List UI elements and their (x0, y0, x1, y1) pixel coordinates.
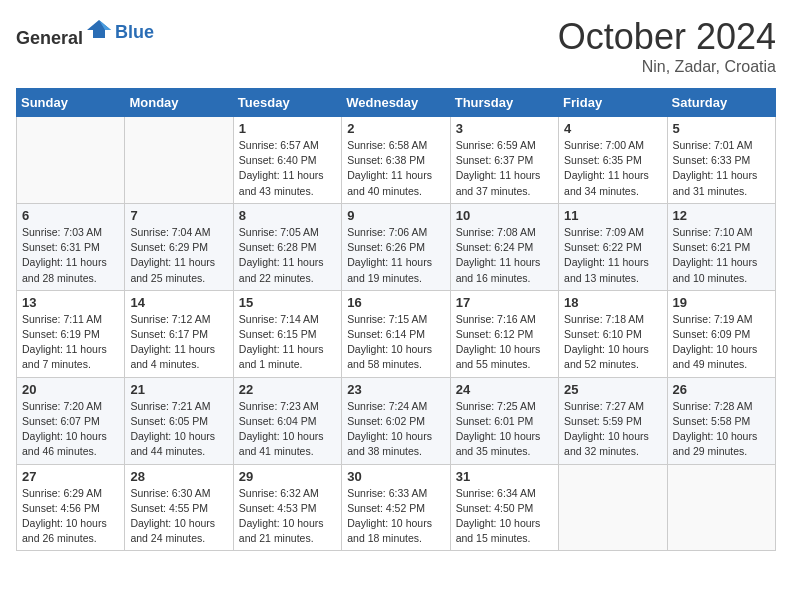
day-info: Sunrise: 6:30 AM Sunset: 4:55 PM Dayligh… (130, 486, 227, 547)
calendar-cell: 13Sunrise: 7:11 AM Sunset: 6:19 PM Dayli… (17, 290, 125, 377)
day-number: 20 (22, 382, 119, 397)
day-number: 6 (22, 208, 119, 223)
day-info: Sunrise: 6:34 AM Sunset: 4:50 PM Dayligh… (456, 486, 553, 547)
day-number: 10 (456, 208, 553, 223)
day-number: 23 (347, 382, 444, 397)
col-header-tuesday: Tuesday (233, 89, 341, 117)
calendar-week-row: 13Sunrise: 7:11 AM Sunset: 6:19 PM Dayli… (17, 290, 776, 377)
calendar-cell: 16Sunrise: 7:15 AM Sunset: 6:14 PM Dayli… (342, 290, 450, 377)
calendar-cell: 19Sunrise: 7:19 AM Sunset: 6:09 PM Dayli… (667, 290, 775, 377)
calendar-cell: 15Sunrise: 7:14 AM Sunset: 6:15 PM Dayli… (233, 290, 341, 377)
day-info: Sunrise: 7:10 AM Sunset: 6:21 PM Dayligh… (673, 225, 770, 286)
day-info: Sunrise: 7:12 AM Sunset: 6:17 PM Dayligh… (130, 312, 227, 373)
day-number: 21 (130, 382, 227, 397)
logo-general: General (16, 28, 83, 48)
day-info: Sunrise: 7:23 AM Sunset: 6:04 PM Dayligh… (239, 399, 336, 460)
calendar-table: SundayMondayTuesdayWednesdayThursdayFrid… (16, 88, 776, 551)
col-header-wednesday: Wednesday (342, 89, 450, 117)
col-header-friday: Friday (559, 89, 667, 117)
day-number: 3 (456, 121, 553, 136)
calendar-cell (559, 464, 667, 551)
day-number: 22 (239, 382, 336, 397)
day-info: Sunrise: 7:14 AM Sunset: 6:15 PM Dayligh… (239, 312, 336, 373)
day-info: Sunrise: 7:19 AM Sunset: 6:09 PM Dayligh… (673, 312, 770, 373)
calendar-cell: 27Sunrise: 6:29 AM Sunset: 4:56 PM Dayli… (17, 464, 125, 551)
day-info: Sunrise: 7:25 AM Sunset: 6:01 PM Dayligh… (456, 399, 553, 460)
day-number: 18 (564, 295, 661, 310)
col-header-saturday: Saturday (667, 89, 775, 117)
day-number: 30 (347, 469, 444, 484)
day-number: 11 (564, 208, 661, 223)
day-info: Sunrise: 7:18 AM Sunset: 6:10 PM Dayligh… (564, 312, 661, 373)
day-number: 27 (22, 469, 119, 484)
calendar-cell: 28Sunrise: 6:30 AM Sunset: 4:55 PM Dayli… (125, 464, 233, 551)
day-info: Sunrise: 7:27 AM Sunset: 5:59 PM Dayligh… (564, 399, 661, 460)
calendar-cell: 26Sunrise: 7:28 AM Sunset: 5:58 PM Dayli… (667, 377, 775, 464)
calendar-cell: 23Sunrise: 7:24 AM Sunset: 6:02 PM Dayli… (342, 377, 450, 464)
calendar-cell: 6Sunrise: 7:03 AM Sunset: 6:31 PM Daylig… (17, 203, 125, 290)
day-number: 29 (239, 469, 336, 484)
day-number: 14 (130, 295, 227, 310)
calendar-cell: 1Sunrise: 6:57 AM Sunset: 6:40 PM Daylig… (233, 117, 341, 204)
day-number: 15 (239, 295, 336, 310)
day-number: 8 (239, 208, 336, 223)
calendar-week-row: 6Sunrise: 7:03 AM Sunset: 6:31 PM Daylig… (17, 203, 776, 290)
calendar-cell: 30Sunrise: 6:33 AM Sunset: 4:52 PM Dayli… (342, 464, 450, 551)
calendar-cell: 11Sunrise: 7:09 AM Sunset: 6:22 PM Dayli… (559, 203, 667, 290)
calendar-cell: 25Sunrise: 7:27 AM Sunset: 5:59 PM Dayli… (559, 377, 667, 464)
day-info: Sunrise: 7:00 AM Sunset: 6:35 PM Dayligh… (564, 138, 661, 199)
calendar-cell: 14Sunrise: 7:12 AM Sunset: 6:17 PM Dayli… (125, 290, 233, 377)
day-info: Sunrise: 6:32 AM Sunset: 4:53 PM Dayligh… (239, 486, 336, 547)
calendar-cell (17, 117, 125, 204)
calendar-week-row: 20Sunrise: 7:20 AM Sunset: 6:07 PM Dayli… (17, 377, 776, 464)
calendar-cell (667, 464, 775, 551)
col-header-thursday: Thursday (450, 89, 558, 117)
day-number: 26 (673, 382, 770, 397)
day-info: Sunrise: 7:09 AM Sunset: 6:22 PM Dayligh… (564, 225, 661, 286)
calendar-header-row: SundayMondayTuesdayWednesdayThursdayFrid… (17, 89, 776, 117)
day-number: 19 (673, 295, 770, 310)
day-info: Sunrise: 7:28 AM Sunset: 5:58 PM Dayligh… (673, 399, 770, 460)
calendar-cell (125, 117, 233, 204)
day-info: Sunrise: 7:21 AM Sunset: 6:05 PM Dayligh… (130, 399, 227, 460)
day-info: Sunrise: 7:06 AM Sunset: 6:26 PM Dayligh… (347, 225, 444, 286)
day-number: 13 (22, 295, 119, 310)
calendar-cell: 29Sunrise: 6:32 AM Sunset: 4:53 PM Dayli… (233, 464, 341, 551)
location-subtitle: Nin, Zadar, Croatia (558, 58, 776, 76)
calendar-cell: 8Sunrise: 7:05 AM Sunset: 6:28 PM Daylig… (233, 203, 341, 290)
day-info: Sunrise: 6:58 AM Sunset: 6:38 PM Dayligh… (347, 138, 444, 199)
calendar-week-row: 1Sunrise: 6:57 AM Sunset: 6:40 PM Daylig… (17, 117, 776, 204)
day-info: Sunrise: 7:08 AM Sunset: 6:24 PM Dayligh… (456, 225, 553, 286)
calendar-cell: 2Sunrise: 6:58 AM Sunset: 6:38 PM Daylig… (342, 117, 450, 204)
calendar-cell: 22Sunrise: 7:23 AM Sunset: 6:04 PM Dayli… (233, 377, 341, 464)
logo-blue: Blue (115, 22, 154, 42)
logo: General Blue (16, 16, 154, 49)
day-info: Sunrise: 7:11 AM Sunset: 6:19 PM Dayligh… (22, 312, 119, 373)
day-number: 12 (673, 208, 770, 223)
calendar-week-row: 27Sunrise: 6:29 AM Sunset: 4:56 PM Dayli… (17, 464, 776, 551)
page-header: General Blue October 2024 Nin, Zadar, Cr… (16, 16, 776, 76)
calendar-cell: 4Sunrise: 7:00 AM Sunset: 6:35 PM Daylig… (559, 117, 667, 204)
calendar-cell: 3Sunrise: 6:59 AM Sunset: 6:37 PM Daylig… (450, 117, 558, 204)
day-info: Sunrise: 6:33 AM Sunset: 4:52 PM Dayligh… (347, 486, 444, 547)
day-info: Sunrise: 7:05 AM Sunset: 6:28 PM Dayligh… (239, 225, 336, 286)
day-info: Sunrise: 7:01 AM Sunset: 6:33 PM Dayligh… (673, 138, 770, 199)
day-info: Sunrise: 6:29 AM Sunset: 4:56 PM Dayligh… (22, 486, 119, 547)
day-info: Sunrise: 7:15 AM Sunset: 6:14 PM Dayligh… (347, 312, 444, 373)
col-header-monday: Monday (125, 89, 233, 117)
day-info: Sunrise: 7:04 AM Sunset: 6:29 PM Dayligh… (130, 225, 227, 286)
day-number: 1 (239, 121, 336, 136)
calendar-cell: 17Sunrise: 7:16 AM Sunset: 6:12 PM Dayli… (450, 290, 558, 377)
day-number: 24 (456, 382, 553, 397)
day-number: 31 (456, 469, 553, 484)
calendar-cell: 20Sunrise: 7:20 AM Sunset: 6:07 PM Dayli… (17, 377, 125, 464)
day-number: 7 (130, 208, 227, 223)
day-number: 2 (347, 121, 444, 136)
calendar-cell: 18Sunrise: 7:18 AM Sunset: 6:10 PM Dayli… (559, 290, 667, 377)
day-info: Sunrise: 7:03 AM Sunset: 6:31 PM Dayligh… (22, 225, 119, 286)
day-number: 17 (456, 295, 553, 310)
day-info: Sunrise: 7:16 AM Sunset: 6:12 PM Dayligh… (456, 312, 553, 373)
calendar-cell: 9Sunrise: 7:06 AM Sunset: 6:26 PM Daylig… (342, 203, 450, 290)
calendar-cell: 7Sunrise: 7:04 AM Sunset: 6:29 PM Daylig… (125, 203, 233, 290)
day-info: Sunrise: 6:57 AM Sunset: 6:40 PM Dayligh… (239, 138, 336, 199)
